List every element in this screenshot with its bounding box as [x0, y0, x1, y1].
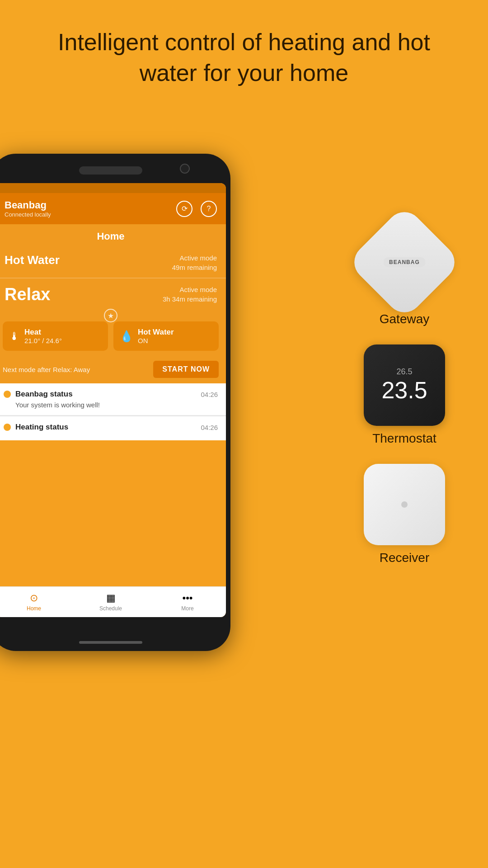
next-mode-text: Next mode after Relax: Away: [3, 366, 90, 373]
thermostat-temp-large: 23.5: [381, 377, 427, 404]
nav-item-home[interactable]: ⊙ Home: [0, 587, 72, 617]
help-icon[interactable]: ?: [201, 201, 217, 217]
heating-status-title: Heating status: [15, 423, 68, 432]
nav-item-more[interactable]: ••• More: [149, 587, 226, 617]
hot-water-label: Hot Water: [5, 253, 60, 267]
status-cards-area: Beanbag status 04:26 Your system is work…: [0, 383, 226, 440]
heat-card[interactable]: 🌡 Heat 21.0° / 24.6°: [3, 321, 108, 351]
app-brand: Beanbag Connected locally: [5, 199, 51, 218]
hot-water-card-value: ON: [138, 337, 174, 344]
hot-water-info: Active mode 49m remaining: [172, 253, 217, 272]
gateway-device: BEANBAG Gateway: [339, 222, 470, 326]
nav-item-schedule[interactable]: ▦ Schedule: [72, 587, 149, 617]
toolbar-icons: ⟳ ?: [176, 201, 217, 217]
section-title: Home: [0, 224, 226, 249]
beanbag-status-card: Beanbag status 04:26 Your system is work…: [0, 383, 226, 415]
heat-card-text: Heat 21.0° / 24.6°: [24, 328, 62, 344]
status-card-header-1: Beanbag status 04:26: [4, 390, 218, 399]
thermostat-label: Thermostat: [372, 431, 436, 446]
phone-screen: Beanbag Connected locally ⟳ ? Home Hot W…: [0, 183, 226, 617]
app-main: Home Hot Water Active mode 49m remaining…: [0, 224, 226, 440]
brand-name: Beanbag: [5, 199, 51, 211]
relax-label: Relax: [5, 285, 50, 304]
brand-status: Connected locally: [5, 211, 51, 218]
divider-1: [0, 278, 226, 278]
thermostat-device: 26.5 23.5 Thermostat: [339, 344, 470, 446]
cards-row: 🌡 Heat 21.0° / 24.6° 💧 Hot Water ON: [3, 321, 219, 351]
status-card-title-row-1: Beanbag status: [4, 390, 73, 399]
phone-camera: [180, 164, 190, 174]
receiver-label: Receiver: [380, 551, 429, 565]
page-headline: Intelligent control of heating and hot w…: [0, 0, 488, 102]
orange-dot-2: [4, 424, 11, 431]
star-badge: ★: [104, 309, 117, 322]
heat-card-title: Heat: [24, 328, 62, 337]
home-nav-icon: ⊙: [30, 592, 38, 604]
hot-water-card-title: Hot Water: [138, 328, 174, 337]
receiver-shape: [364, 464, 445, 545]
bottom-nav: ⊙ Home ▦ Schedule ••• More: [0, 586, 226, 617]
schedule-nav-icon: ▦: [106, 592, 116, 604]
phone-home-bar: [79, 641, 142, 644]
home-nav-label: Home: [27, 605, 41, 612]
app-toolbar: Beanbag Connected locally ⟳ ?: [0, 193, 226, 224]
hot-water-card-text: Hot Water ON: [138, 328, 174, 344]
thermostat-temp-small: 26.5: [396, 367, 412, 377]
droplet-icon: 💧: [120, 330, 133, 343]
beanbag-status-body: Your system is working well!: [4, 401, 218, 409]
receiver-dot: [401, 501, 408, 508]
action-bar: Next mode after Relax: Away START NOW: [0, 355, 226, 383]
schedule-nav-label: Schedule: [99, 605, 122, 612]
relax-row: Relax Active mode 3h 34m remaining: [0, 281, 226, 308]
cards-area: ★ 🌡 Heat 21.0° / 24.6° 💧: [0, 308, 226, 355]
heating-status-card: Heating status 04:26: [0, 416, 226, 440]
start-now-button[interactable]: START NOW: [153, 361, 219, 378]
heating-status-time: 04:26: [201, 424, 218, 431]
gateway-label-inner: BEANBAG: [384, 257, 425, 267]
heat-card-value: 21.0° / 24.6°: [24, 337, 62, 344]
beanbag-status-title: Beanbag status: [15, 390, 73, 399]
beanbag-status-time: 04:26: [201, 391, 218, 398]
relax-info: Active mode 3h 34m remaining: [163, 285, 217, 304]
thermostat-shape: 26.5 23.5: [364, 344, 445, 426]
hot-water-card[interactable]: 💧 Hot Water ON: [113, 321, 219, 351]
status-card-title-row-2: Heating status: [4, 423, 68, 432]
phone-mockup: Beanbag Connected locally ⟳ ? Home Hot W…: [0, 154, 244, 854]
gateway-label: Gateway: [380, 312, 430, 326]
hot-water-row: Hot Water Active mode 49m remaining: [0, 249, 226, 275]
status-card-header-2: Heating status 04:26: [4, 423, 218, 432]
more-nav-label: More: [181, 605, 193, 612]
receiver-device: Receiver: [339, 464, 470, 565]
phone-speaker: [79, 166, 142, 175]
orange-dot-1: [4, 391, 11, 398]
thermometer-icon: 🌡: [9, 330, 20, 343]
gateway-shape: BEANBAG: [347, 205, 462, 320]
home-refresh-icon[interactable]: ⟳: [176, 201, 192, 217]
devices-column: BEANBAG Gateway 26.5 23.5 Thermostat Rec…: [339, 222, 470, 579]
app-status-bar: [0, 183, 226, 193]
more-nav-icon: •••: [182, 592, 192, 604]
